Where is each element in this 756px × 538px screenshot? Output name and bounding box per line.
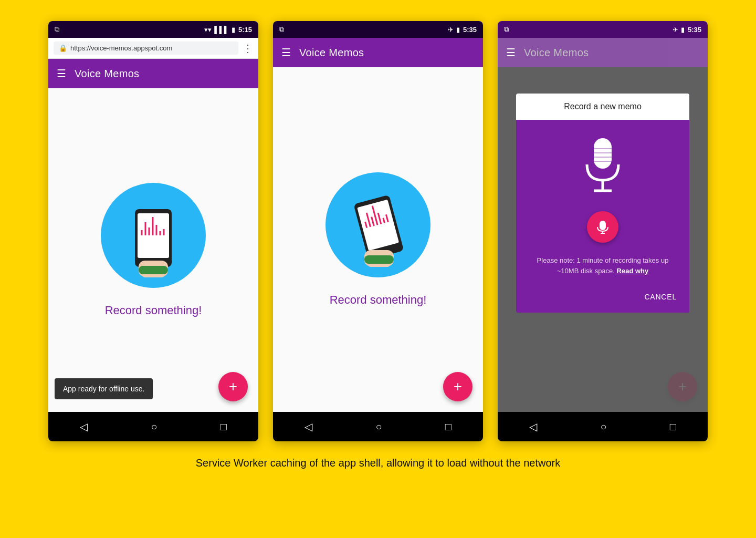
microphone-icon: [579, 136, 626, 199]
phone-3: ⧉ ✈ ▮ 5:35 ☰ Voice Memos Record a new me…: [498, 21, 708, 441]
signal-icon: ▌▌▌: [214, 26, 229, 34]
tab-icon-3: ⧉: [504, 25, 509, 34]
url-text: https://voice-memos.appspot.com: [70, 44, 172, 52]
fab-icon-2: +: [454, 378, 462, 395]
app-toolbar-1: ☰ Voice Memos: [48, 59, 258, 88]
dialog-title: Record a new memo: [516, 94, 689, 120]
airplane-icon-3: ✈: [673, 26, 678, 34]
hamburger-icon-1[interactable]: ☰: [57, 67, 66, 80]
status-time-3: 5:35: [688, 26, 701, 34]
snackbar-text: App ready for offline use.: [63, 385, 144, 393]
svg-rect-13: [357, 200, 399, 251]
home-button-2[interactable]: ○: [375, 421, 382, 433]
phone-illustration-1: [111, 193, 195, 277]
main-content-1: Record something! App ready for offline …: [48, 88, 258, 412]
app-title-2: Voice Memos: [299, 47, 364, 59]
back-button-3[interactable]: ◁: [529, 420, 537, 433]
menu-dots-icon[interactable]: ⋮: [243, 42, 253, 55]
status-time-1: 5:15: [238, 26, 252, 34]
main-content-3: Record a new memo: [498, 67, 708, 412]
illustration-circle-2: [326, 172, 430, 277]
svg-rect-11: [139, 266, 168, 274]
mic-small-icon: [595, 220, 610, 234]
phone-2: ⧉ ✈ ▮ 5:35 ☰ Voice Memos: [273, 21, 483, 441]
nav-bar-2: ◁ ○ □: [273, 412, 483, 441]
status-bar-3: ⧉ ✈ ▮ 5:35: [498, 21, 708, 38]
main-content-2: Record something! +: [273, 67, 483, 412]
fab-button-1[interactable]: +: [218, 372, 248, 401]
dialog-footer: CANCEL: [516, 284, 689, 313]
home-button-3[interactable]: ○: [600, 421, 606, 433]
illustration-circle-1: [101, 183, 206, 288]
battery-icon-3: ▮: [681, 26, 685, 34]
cancel-button[interactable]: CANCEL: [640, 288, 681, 305]
caption-text: Service Worker caching of the app shell,…: [196, 457, 560, 469]
back-button-2[interactable]: ◁: [304, 420, 312, 433]
svg-rect-23: [364, 255, 394, 264]
status-bar-left-1: ⧉: [55, 25, 59, 34]
record-label-2: Record something!: [330, 293, 427, 307]
status-bar-1: ⧉ ▾▾ ▌▌▌ ▮ 5:15: [48, 21, 258, 38]
hamburger-icon-3[interactable]: ☰: [506, 46, 516, 59]
status-bar-left-3: ⧉: [504, 25, 509, 34]
status-icons-1: ▾▾ ▌▌▌ ▮: [204, 26, 235, 34]
airplane-icon-2: ✈: [448, 26, 454, 34]
dialog-note: Please note: 1 minute of recording takes…: [527, 255, 679, 276]
back-button-1[interactable]: ◁: [80, 420, 88, 433]
status-bar-2: ⧉ ✈ ▮ 5:35: [273, 21, 483, 38]
nav-bar-1: ◁ ○ □: [48, 412, 258, 441]
app-toolbar-3: ☰ Voice Memos: [498, 38, 708, 67]
lock-icon: 🔒: [59, 44, 67, 52]
dialog-overlay: Record a new memo: [498, 67, 708, 412]
url-bar[interactable]: 🔒 https://voice-memos.appspot.com: [54, 42, 238, 55]
phone-illustration-2: [336, 183, 420, 267]
dialog-card: Record a new memo: [516, 94, 689, 313]
record-button[interactable]: [587, 211, 618, 243]
phones-container: ⧉ ▾▾ ▌▌▌ ▮ 5:15 🔒 https://voice-memos.ap…: [16, 21, 740, 441]
fab-icon-1: +: [229, 378, 237, 395]
app-toolbar-2: ☰ Voice Memos: [273, 38, 483, 67]
hamburger-icon-2[interactable]: ☰: [281, 46, 291, 59]
snackbar: App ready for offline use.: [55, 378, 153, 399]
tab-icon-2: ⧉: [279, 25, 284, 34]
address-bar: 🔒 https://voice-memos.appspot.com ⋮: [48, 38, 258, 59]
phone-1: ⧉ ▾▾ ▌▌▌ ▮ 5:15 🔒 https://voice-memos.ap…: [48, 21, 258, 441]
status-icons-3: ✈ ▮: [673, 26, 685, 34]
caption: Service Worker caching of the app shell,…: [196, 457, 560, 469]
record-label-1: Record something!: [105, 304, 202, 317]
status-time-2: 5:35: [463, 26, 477, 34]
wifi-icon: ▾▾: [204, 26, 212, 34]
battery-icon: ▮: [232, 26, 235, 34]
app-title-3: Voice Memos: [524, 47, 589, 59]
nav-bar-3: ◁ ○ □: [498, 412, 708, 441]
status-bar-left-2: ⧉: [279, 25, 284, 34]
recents-button-3[interactable]: □: [670, 421, 676, 433]
recents-button-1[interactable]: □: [220, 421, 227, 433]
tab-icon: ⧉: [55, 25, 59, 34]
dialog-body: Please note: 1 minute of recording takes…: [516, 120, 689, 284]
dialog-note-text: Please note: 1 minute of recording takes…: [537, 256, 669, 275]
recents-button-2[interactable]: □: [445, 421, 452, 433]
battery-icon-2: ▮: [456, 26, 460, 34]
fab-button-2[interactable]: +: [443, 372, 472, 401]
read-why-link[interactable]: Read why: [617, 267, 649, 275]
app-title-1: Voice Memos: [75, 68, 139, 80]
status-icons-2: ✈ ▮: [448, 26, 460, 34]
home-button-1[interactable]: ○: [151, 421, 157, 433]
svg-rect-31: [600, 221, 606, 230]
